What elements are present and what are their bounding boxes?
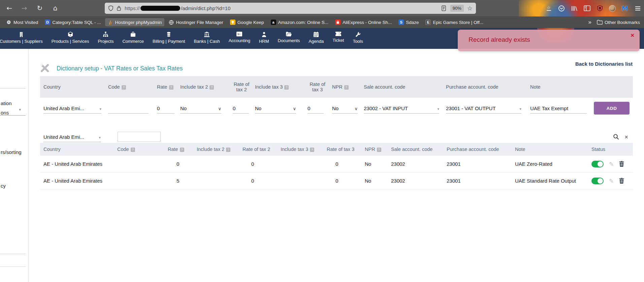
home-icon[interactable]: ⌂ xyxy=(51,3,60,13)
col-code[interactable]: Code? xyxy=(117,147,168,152)
col-status[interactable]: Status xyxy=(591,147,630,152)
nav-customers-suppliers[interactable]: Customers | Suppliers xyxy=(0,28,47,44)
toast-close-icon[interactable]: × xyxy=(631,32,634,39)
sitemap-icon xyxy=(103,32,108,37)
refresh-icon[interactable]: ↻ xyxy=(35,3,44,13)
back-to-dictionaries-link[interactable]: Back to Dictionaries list xyxy=(575,61,633,67)
status-toggle-on[interactable] xyxy=(591,178,604,184)
rate-of-tax3-input[interactable]: 0 xyxy=(308,103,324,114)
delete-trash-icon[interactable] xyxy=(619,161,624,167)
url-text[interactable]: https:///admin/dict.php?id=10 xyxy=(125,5,230,11)
col-include-tax3[interactable]: Include tax 3? xyxy=(281,147,327,152)
clear-filter-icon[interactable]: × xyxy=(624,134,628,140)
bookmark-sdaze[interactable]: S Sdaze xyxy=(396,18,421,26)
help-badge-icon[interactable]: ? xyxy=(180,148,184,152)
reader-mode-icon[interactable] xyxy=(441,5,446,11)
col-note[interactable]: Note xyxy=(515,147,591,152)
country-select[interactable]: United Arab Emi...▾ xyxy=(43,103,101,114)
zoom-level-badge[interactable]: 90% xyxy=(450,5,464,12)
add-button[interactable]: ADD xyxy=(594,102,630,115)
nav-agenda[interactable]: Agenda xyxy=(304,28,328,44)
nav-products-services[interactable]: Products | Services xyxy=(47,28,94,44)
npr-select[interactable]: No∨ xyxy=(332,103,358,114)
help-badge-icon[interactable]: ? xyxy=(344,85,349,90)
help-badge-icon[interactable]: ? xyxy=(122,85,126,90)
menu-hamburger-icon[interactable] xyxy=(634,5,641,12)
purchase-account-select[interactable]: 23001 - VAT OUTPUT▾ xyxy=(446,103,521,114)
nav-documents[interactable]: Documents xyxy=(273,28,304,43)
nav-accounting[interactable]: $= Accounting xyxy=(224,28,255,43)
code-input[interactable] xyxy=(108,103,149,114)
ublock-origin-icon[interactable] xyxy=(596,5,604,12)
col-rate-of-tax2[interactable]: Rate of tax 2 xyxy=(243,147,281,152)
col-sale-account[interactable]: Sale account. code xyxy=(391,147,447,152)
edit-pencil-icon[interactable]: ✎ xyxy=(609,161,614,167)
help-badge-icon[interactable]: ? xyxy=(284,85,289,90)
bookmark-aliexpress[interactable]: AliExpress - Online Sh... xyxy=(332,18,394,26)
help-badge-icon[interactable]: ? xyxy=(226,148,230,152)
col-include-tax2[interactable]: Include tax 2? xyxy=(197,147,243,152)
help-badge-icon[interactable]: ? xyxy=(310,148,314,152)
col-country[interactable]: Country xyxy=(43,147,117,152)
bookmark-epic-games[interactable]: E Epic Games Store | Off... xyxy=(423,18,486,26)
cell-purchase-account: 23001 xyxy=(447,178,515,184)
nav-billing-payment[interactable]: Billing | Payment xyxy=(148,28,190,44)
bookmark-google-keep[interactable]: Google Keep xyxy=(227,18,267,26)
help-badge-icon[interactable]: ? xyxy=(131,148,135,152)
include-tax3-select[interactable]: No∨ xyxy=(255,103,296,114)
save-bookmark-icon[interactable]: ☆ xyxy=(545,5,552,12)
sidebar-item-fragment[interactable]: ation xyxy=(1,100,12,106)
url-bar[interactable]: https:///admin/dict.php?id=10 90% ☆ xyxy=(105,3,476,14)
nav-ticket[interactable]: Ticket xyxy=(328,28,348,43)
sidebar-divider xyxy=(0,254,26,254)
bookmark-hostinger-phpmyadmin[interactable]: Hostinger phpMyadmin xyxy=(105,18,165,26)
status-toggle-on[interactable] xyxy=(591,161,604,167)
delete-trash-icon[interactable] xyxy=(619,178,624,184)
help-badge-icon[interactable]: ? xyxy=(169,85,173,90)
note-input[interactable]: UAE Tax Exempt xyxy=(530,103,587,114)
nav-commerce[interactable]: Commerce xyxy=(118,28,148,44)
sale-account-select[interactable]: 23002 - VAT INPUT▾ xyxy=(364,103,439,114)
shield-icon[interactable] xyxy=(108,5,114,11)
help-badge-icon[interactable]: ? xyxy=(210,85,214,90)
sidebars-icon[interactable] xyxy=(583,5,591,12)
edit-pencil-icon[interactable]: ✎ xyxy=(609,178,614,184)
sidebar-item-fragment[interactable]: rs/sorting xyxy=(1,149,22,155)
form-header-rate: Rate? xyxy=(157,84,180,90)
chevron-down-icon: ▾ xyxy=(99,107,101,111)
rate-of-tax2-input[interactable]: 0 xyxy=(233,103,249,114)
nav-hrm[interactable]: HRM xyxy=(255,28,273,44)
bookmarks-overflow-chevron[interactable]: » xyxy=(588,19,591,26)
forward-icon[interactable]: → xyxy=(20,3,29,13)
help-badge-icon[interactable]: ? xyxy=(377,148,381,152)
other-bookmarks[interactable]: Other Bookmarks xyxy=(596,19,641,26)
table-filter-row: United Arab Emi...▾ × xyxy=(40,131,633,143)
form-header-rate-of-tax3: Rate of tax 3 xyxy=(308,82,332,92)
sidebar-item-fragment[interactable]: ons xyxy=(1,110,9,116)
col-rate[interactable]: Rate? xyxy=(168,147,197,152)
cell-npr: No xyxy=(365,178,391,184)
nav-projects[interactable]: Projects xyxy=(93,28,118,44)
bookmark-star-icon[interactable]: ☆ xyxy=(467,5,473,12)
filter-country-select[interactable]: United Arab Emi...▾ xyxy=(43,131,101,142)
form-header-purchase-account: Purchase account. code xyxy=(446,84,530,90)
malwarebytes-icon[interactable]: M xyxy=(621,5,629,12)
back-icon[interactable]: ← xyxy=(5,3,14,13)
pocket-icon[interactable] xyxy=(558,5,565,12)
profile-avatar[interactable] xyxy=(609,5,616,12)
rate-input[interactable]: 0 xyxy=(157,103,174,114)
include-tax2-select[interactable]: No∨ xyxy=(180,103,221,114)
bookmark-most-visited[interactable]: ⚙ Most Visited xyxy=(3,18,41,26)
nav-banks-cash[interactable]: Banks | Cash xyxy=(190,28,224,44)
nav-tools[interactable]: Tools xyxy=(348,28,367,44)
bookmark-amazon[interactable]: a Amazon.com: Online S... xyxy=(268,18,331,26)
col-purchase-account[interactable]: Purchase account. code xyxy=(447,147,515,152)
filter-code-input[interactable] xyxy=(118,132,161,142)
library-icon[interactable] xyxy=(571,5,578,12)
bookmark-category-table-sql[interactable]: D Category:Table SQL - ... xyxy=(42,18,103,26)
search-icon[interactable] xyxy=(613,134,619,140)
col-npr[interactable]: NPR? xyxy=(365,147,391,152)
bookmark-hostinger-file-manager[interactable]: Hostinger File Manager xyxy=(166,18,226,26)
sidebar-item-fragment[interactable]: cy xyxy=(1,183,6,189)
col-rate-of-tax3[interactable]: Rate of tax 3 xyxy=(327,147,365,152)
